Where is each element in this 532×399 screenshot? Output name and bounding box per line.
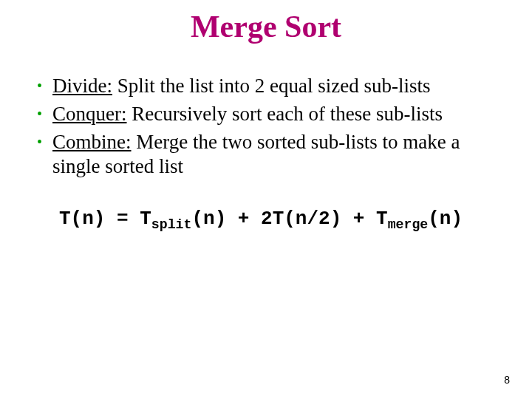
page-number: 8 — [504, 374, 510, 386]
bullet-item: • Conquer: Recursively sort each of thes… — [37, 102, 502, 127]
bullet-dot-icon: • — [37, 74, 42, 98]
recurrence-equation: T(n) = Tsplit(n) + 2T(n/2) + Tmerge(n) — [37, 208, 502, 232]
bullet-dot-icon: • — [37, 130, 42, 154]
slide-title: Merge Sort — [0, 9, 532, 44]
eq-term1-base: T — [140, 208, 151, 230]
bullet-label: Conquer: — [52, 103, 127, 125]
bullet-text: Combine: Merge the two sorted sub-lists … — [52, 130, 502, 180]
eq-lhs: T(n) — [59, 208, 105, 230]
slide-content: • Divide: Split the list into 2 equal si… — [0, 74, 532, 232]
bullet-label: Combine: — [52, 131, 132, 153]
eq-term3-arg: (n) — [428, 208, 463, 230]
bullet-text: Divide: Split the list into 2 equal size… — [52, 74, 430, 99]
bullet-body: Recursively sort each of these sub-lists — [127, 103, 443, 125]
eq-term3-sub: merge — [388, 217, 429, 232]
eq-plus1: + — [226, 208, 261, 230]
eq-plus2: + — [341, 208, 376, 230]
bullet-item: • Divide: Split the list into 2 equal si… — [37, 74, 502, 99]
bullet-item: • Combine: Merge the two sorted sub-list… — [37, 130, 502, 180]
eq-term3-base: T — [376, 208, 388, 230]
bullet-text: Conquer: Recursively sort each of these … — [52, 102, 443, 127]
eq-term1-arg: (n) — [191, 208, 226, 230]
bullet-body: Split the list into 2 equal sized sub-li… — [112, 75, 430, 97]
eq-term2: 2T(n/2) — [261, 208, 341, 230]
bullet-dot-icon: • — [37, 102, 42, 126]
eq-sign: = — [105, 208, 140, 230]
eq-term1-sub: split — [151, 217, 192, 232]
bullet-label: Divide: — [52, 75, 112, 97]
